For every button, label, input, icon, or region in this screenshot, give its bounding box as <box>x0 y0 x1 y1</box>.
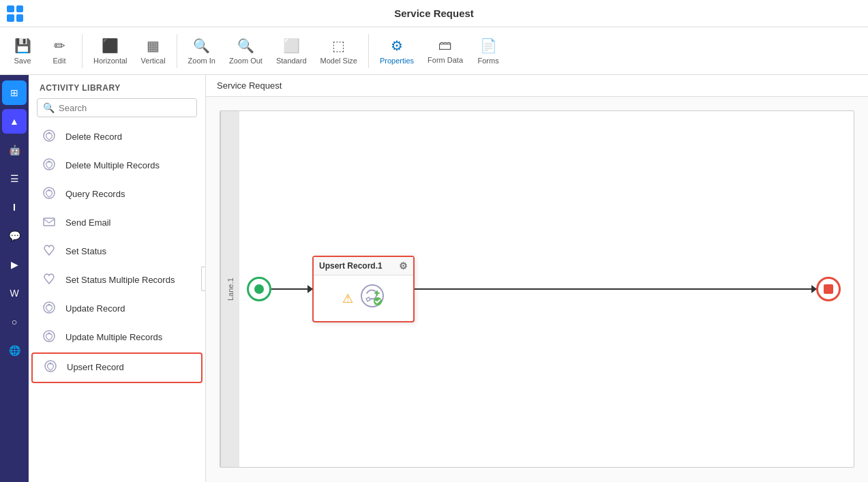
zoom-out-icon: 🔍 <box>237 37 254 54</box>
update-record-icon <box>42 301 59 318</box>
separator-3 <box>368 34 369 68</box>
svg-point-10 <box>48 333 50 335</box>
activity-list: Delete Record Delete Multiple Records Qu… <box>29 123 205 482</box>
vertical-label: Vertical <box>141 57 166 65</box>
rail-icon-robot[interactable]: 🤖 <box>2 138 27 162</box>
list-icon: ☰ <box>10 173 19 184</box>
integration-icon: I <box>13 202 16 213</box>
set-status-multiple-icon <box>42 272 59 289</box>
activity-item-set-status[interactable]: Set Status <box>31 238 203 266</box>
set-status-icon <box>42 243 59 260</box>
form-data-icon: 🗃 <box>438 37 452 53</box>
arrow-line-2 <box>415 288 816 290</box>
node-gear-icon[interactable]: ⚙ <box>399 260 408 271</box>
svg-point-1 <box>48 132 50 134</box>
form-data-button[interactable]: 🗃 Form Data <box>422 35 468 67</box>
model-size-icon: ⬚ <box>332 37 345 54</box>
svg-point-5 <box>48 190 50 192</box>
zoom-in-icon: 🔍 <box>193 37 210 54</box>
search-box[interactable]: 🔍 <box>37 98 197 117</box>
standard-button[interactable]: ⬜ Standard <box>271 35 312 67</box>
rail-icon-integration[interactable]: I <box>2 195 27 220</box>
top-bar: Service Request <box>0 0 868 27</box>
svg-rect-6 <box>44 218 55 226</box>
activity-item-set-status-multiple[interactable]: Set Status Multiple Records <box>31 267 203 295</box>
globe-icon: 🌐 <box>9 345 20 356</box>
rail-icon-circle[interactable]: ○ <box>2 310 27 334</box>
sidebar-collapse-button[interactable]: ‹ <box>201 267 206 291</box>
properties-button[interactable]: ⚙ Properties <box>374 35 419 67</box>
chart-icon: ▲ <box>10 116 19 127</box>
activity-item-update-record[interactable]: Update Record <box>31 295 203 323</box>
main-layout: ⊞ ▲ 🤖 ☰ I 💬 ▶ W ○ 🌐 Activity Libra <box>0 75 868 482</box>
page-title: Service Request <box>394 7 474 19</box>
rail-icon-home[interactable]: ⊞ <box>2 80 27 105</box>
icon-rail: ⊞ ▲ 🤖 ☰ I 💬 ▶ W ○ 🌐 <box>0 75 29 482</box>
activity-item-query-records[interactable]: Query Records <box>31 181 203 209</box>
save-button[interactable]: 💾 Save <box>5 35 40 67</box>
rail-icon-chart[interactable]: ▲ <box>2 109 27 134</box>
rail-icon-list[interactable]: ☰ <box>2 166 27 191</box>
node-header: Upsert Record.1 ⚙ <box>314 257 413 275</box>
robot-icon: 🤖 <box>9 145 20 155</box>
delete-record-icon <box>42 129 59 146</box>
canvas-breadcrumb: Service Request <box>206 75 868 97</box>
query-records-label: Query Records <box>65 189 125 200</box>
form-data-label: Form Data <box>428 56 463 64</box>
vertical-icon: ▦ <box>147 37 160 54</box>
update-record-label: Update Record <box>65 303 125 315</box>
update-multiple-records-icon <box>42 329 59 346</box>
activity-item-upsert-record[interactable]: Upsert Record <box>31 352 203 383</box>
start-node <box>247 277 271 301</box>
canvas-area: Service Request Lane.1 Upsert Record.1 ⚙ <box>206 75 868 482</box>
grid-icon: ⊞ <box>10 87 18 98</box>
horizontal-label: Horizontal <box>93 57 128 65</box>
canvas-content[interactable]: Lane.1 Upsert Record.1 ⚙ ⚠ <box>206 97 868 481</box>
vertical-button[interactable]: ▦ Vertical <box>136 35 171 67</box>
svg-point-3 <box>48 161 50 163</box>
rail-icon-chat[interactable]: 💬 <box>2 224 27 248</box>
wordpress-icon: W <box>10 288 18 299</box>
separator-2 <box>177 34 177 68</box>
activity-item-delete-record[interactable]: Delete Record <box>31 123 203 151</box>
model-size-button[interactable]: ⬚ Model Size <box>315 35 363 67</box>
video-icon: ▶ <box>11 259 18 270</box>
upsert-record-node[interactable]: Upsert Record.1 ⚙ ⚠ <box>312 256 415 322</box>
activity-item-send-email[interactable]: Send Email <box>31 209 203 237</box>
activity-item-update-multiple-records[interactable]: Update Multiple Records <box>31 324 203 352</box>
rail-icon-globe[interactable]: 🌐 <box>2 338 27 363</box>
separator-1 <box>82 34 83 68</box>
zoom-out-label: Zoom Out <box>229 57 263 65</box>
flow-container: Upsert Record.1 ⚙ ⚠ <box>247 110 841 468</box>
activity-item-delete-multiple-records[interactable]: Delete Multiple Records <box>31 152 203 180</box>
set-status-label: Set Status <box>65 246 106 258</box>
query-records-icon <box>42 186 59 203</box>
edit-icon: ✏ <box>54 37 65 54</box>
save-icon: 💾 <box>14 37 31 54</box>
node-body: ⚠ <box>314 275 413 321</box>
horizontal-button[interactable]: ⬛ Horizontal <box>88 35 133 67</box>
search-input[interactable] <box>59 103 191 113</box>
node-warning-icon: ⚠ <box>342 291 353 306</box>
properties-icon: ⚙ <box>391 37 403 54</box>
zoom-in-button[interactable]: 🔍 Zoom In <box>183 35 221 67</box>
update-multiple-records-label: Update Multiple Records <box>65 332 162 344</box>
upsert-record-icon <box>44 359 60 376</box>
delete-multiple-records-icon <box>42 157 59 175</box>
edit-label: Edit <box>53 57 66 65</box>
forms-icon: 📄 <box>480 37 497 54</box>
forms-label: Forms <box>477 57 498 65</box>
edit-button[interactable]: ✏ Edit <box>42 35 76 67</box>
zoom-in-label: Zoom In <box>188 57 215 65</box>
circle-icon: ○ <box>12 316 17 327</box>
rail-icon-video[interactable]: ▶ <box>2 252 27 277</box>
horizontal-icon: ⬛ <box>102 37 119 54</box>
delete-record-label: Delete Record <box>65 132 122 143</box>
upsert-record-label: Upsert Record <box>67 362 124 374</box>
rail-icon-wp[interactable]: W <box>2 281 27 305</box>
start-node-inner <box>254 284 264 294</box>
standard-label: Standard <box>276 57 307 65</box>
send-email-label: Send Email <box>65 217 110 229</box>
forms-button[interactable]: 📄 Forms <box>471 35 505 67</box>
zoom-out-button[interactable]: 🔍 Zoom Out <box>224 35 268 67</box>
